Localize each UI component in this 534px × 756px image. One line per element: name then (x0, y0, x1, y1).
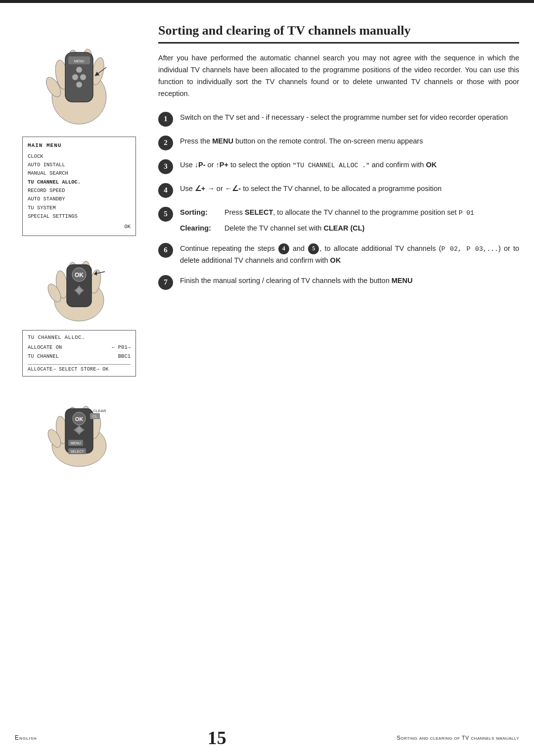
svg-point-10 (80, 74, 86, 80)
step-5-clearing-desc: Delete the TV channel set with CLEAR (CL… (224, 223, 519, 234)
remote-hand-top-illustration: MENU (30, 28, 129, 127)
menu-item-special-settings: SPECIAL SETTINGS (28, 212, 131, 221)
step-5-number: 5 (158, 207, 173, 222)
svg-text:SELECT: SELECT (70, 450, 84, 453)
step-5-sorting-row: Sorting: Press SELECT, to allocate the T… (180, 207, 519, 219)
page: MENU MAIN MENU (0, 0, 534, 756)
step-4-number: 4 (158, 183, 173, 198)
content-area: MENU MAIN MENU (0, 3, 534, 722)
footer-page-number: 15 (208, 727, 226, 749)
step-2-number: 2 (158, 136, 173, 150)
svg-text:MENU: MENU (71, 441, 81, 445)
step-1: 1 Switch on the TV set and - if necessar… (158, 112, 519, 127)
step-5-sorting-label: Sorting: (180, 207, 220, 218)
step-5-clearing-row: Clearing: Delete the TV channel set with… (180, 223, 519, 234)
alloc-box: TU CHANNEL ALLOC. ALLOCATE ON ← P01→ TU … (22, 330, 136, 377)
step-1-content: Switch on the TV set and - if necessary … (180, 112, 519, 123)
alloc-value-1: ← P01→ (112, 343, 131, 352)
step-2: 2 Press the MENU button on the remote co… (158, 136, 519, 150)
menu-item-tu-channel-alloc: TU CHANNEL ALLOC. (28, 178, 131, 187)
step-2-content: Press the MENU button on the remote cont… (180, 136, 519, 147)
menu-item-record-speed: RECORD SPEED (28, 187, 131, 195)
svg-point-50 (77, 427, 82, 432)
step-7: 7 Finish the manual sorting / clearing o… (158, 275, 519, 290)
step-ref-4: 4 (278, 243, 289, 254)
menu-items: CLOCK AUTO INSTALL MANUAL SEARCH TU CHAN… (28, 152, 131, 221)
footer-language: English (15, 734, 37, 741)
svg-text:MENU: MENU (74, 59, 85, 63)
alloc-row-2: TU CHANNEL BBC1 (28, 352, 131, 361)
step-ref-5: 5 (308, 243, 319, 254)
menu-item-auto-standby: AUTO STANDBY (28, 195, 131, 203)
intro-text: After you have performed the automatic c… (158, 52, 519, 100)
step-3-content: Use ↓P- or ↑P+ to select the option "TU … (180, 159, 519, 171)
step-4: 4 Use ∠+ → or ←∠- to select the TV chann… (158, 183, 519, 198)
svg-text:CL: CL (92, 414, 98, 419)
svg-text:OK: OK (75, 416, 84, 422)
menu-item-manual-search: MANUAL SEARCH (28, 169, 131, 178)
menu-item-clock: CLOCK (28, 152, 131, 161)
menu-ok: OK (28, 223, 131, 232)
step-1-number: 1 (158, 112, 173, 127)
step-6: 6 Continue repeating the steps 4 and 5, … (158, 243, 519, 266)
menu-box: MAIN MENU CLOCK AUTO INSTALL MANUAL SEAR… (22, 137, 136, 236)
svg-point-9 (72, 74, 78, 80)
svg-point-12 (76, 67, 82, 73)
step-3: 3 Use ↓P- or ↑P+ to select the option "T… (158, 159, 519, 174)
alloc-row-1: ALLOCATE ON ← P01→ (28, 343, 131, 352)
alloc-title: TU CHANNEL ALLOC. (28, 334, 131, 340)
step-5: 5 Sorting: Press SELECT, to allocate the… (158, 207, 519, 234)
remote-hand-bottom-illustration: OK CLEAR CL MENU SELECT (35, 386, 124, 466)
menu-title: MAIN MENU (28, 141, 131, 150)
left-column: MENU MAIN MENU (15, 18, 143, 712)
svg-text:OK: OK (75, 272, 84, 279)
section-title: Sorting and clearing of TV channels manu… (158, 23, 519, 44)
step-6-number: 6 (158, 243, 173, 258)
svg-point-11 (76, 82, 82, 88)
step-6-content: Continue repeating the steps 4 and 5, to… (180, 243, 519, 266)
step-5-content: Sorting: Press SELECT, to allocate the T… (180, 207, 519, 234)
svg-text:CLEAR: CLEAR (93, 409, 106, 413)
alloc-bottom: ALLOCATE→ SELECT STORE→ OK (28, 364, 131, 372)
step-5-sorting-desc: Press SELECT, to allocate the TV channel… (224, 207, 519, 219)
right-column: Sorting and clearing of TV channels manu… (143, 18, 519, 712)
alloc-label-1: ALLOCATE ON (28, 343, 62, 352)
remote-hand-ok-illustration: OK (35, 246, 124, 320)
step-7-content: Finish the manual sorting / clearing of … (180, 275, 519, 286)
alloc-label-2: TU CHANNEL (28, 352, 59, 361)
step-7-number: 7 (158, 275, 173, 290)
step-5-clearing-label: Clearing: (180, 223, 220, 234)
step-4-content: Use ∠+ → or ←∠- to select the TV channel… (180, 183, 519, 194)
footer: English 15 Sorting and clearing of TV ch… (0, 722, 534, 756)
menu-item-tu-system: TU SYSTEM (28, 204, 131, 212)
step-3-number: 3 (158, 159, 173, 174)
step-5-sub: Sorting: Press SELECT, to allocate the T… (180, 207, 519, 234)
steps-list: 1 Switch on the TV set and - if necessar… (158, 112, 519, 290)
alloc-value-2: BBC1 (118, 352, 131, 361)
menu-item-auto-install: AUTO INSTALL (28, 161, 131, 169)
footer-section-title: Sorting and clearing of TV channels manu… (397, 735, 519, 741)
svg-point-27 (77, 288, 82, 293)
